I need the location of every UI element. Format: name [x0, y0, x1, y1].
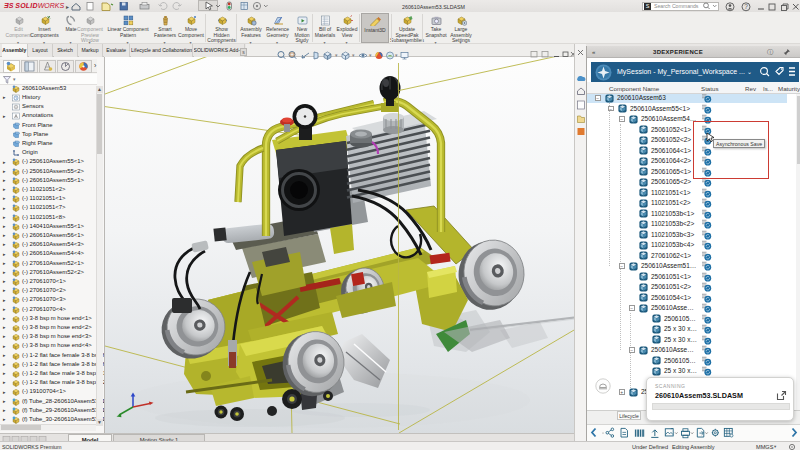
svg-text:▾: ▾ [335, 52, 338, 58]
svg-text:▾: ▾ [395, 52, 398, 58]
svg-text:▾: ▾ [369, 52, 372, 58]
svg-text:▾: ▾ [352, 52, 355, 58]
svg-text:?: ? [744, 3, 748, 10]
